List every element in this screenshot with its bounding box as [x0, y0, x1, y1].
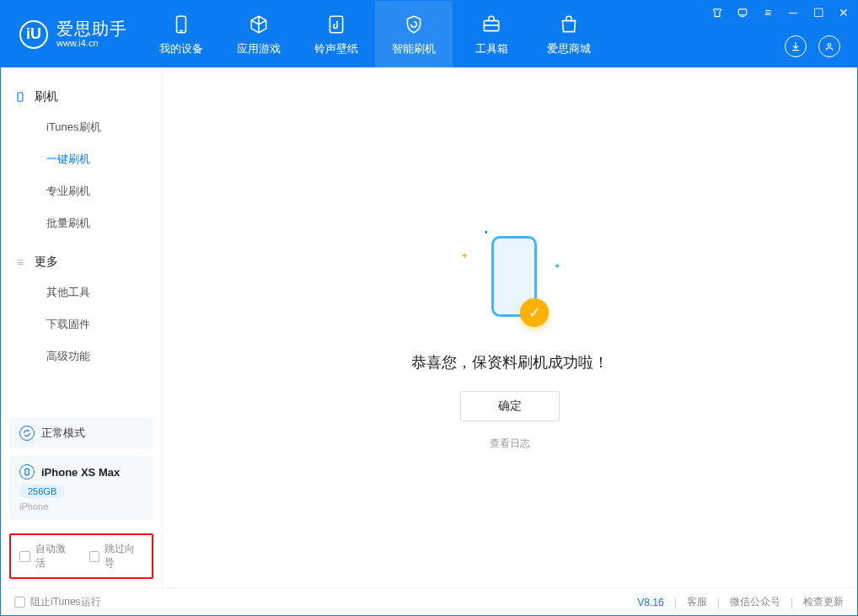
nav-label: 铃声壁纸 — [314, 41, 358, 56]
nav-apps-games[interactable]: 应用游戏 — [220, 1, 298, 67]
nav-my-device[interactable]: 我的设备 — [142, 1, 220, 67]
checkbox-auto-activate[interactable]: 自动激活 — [19, 542, 74, 570]
sidebar-item-other-tools[interactable]: 其他工具 — [1, 276, 162, 308]
checkbox-icon — [19, 551, 30, 562]
minimize-icon[interactable]: ─ — [786, 6, 800, 19]
download-icon[interactable] — [785, 35, 807, 57]
nav-toolbox[interactable]: 工具箱 — [453, 1, 530, 67]
header-right-icons — [785, 35, 840, 57]
svg-rect-4 — [738, 9, 746, 15]
sidebar-item-oneclick-flash[interactable]: 一键刷机 — [1, 143, 162, 175]
window-controls: ≡ ─ ☐ ✕ — [711, 6, 850, 19]
success-illustration: ✦ ✦ • ✓ — [459, 228, 560, 329]
sidebar-item-pro-flash[interactable]: 专业刷机 — [1, 175, 162, 207]
sidebar-item-itunes-flash[interactable]: iTunes刷机 — [1, 111, 162, 143]
shopping-bag-icon — [557, 13, 581, 36]
nav-label: 工具箱 — [475, 41, 508, 56]
checkbox-block-itunes[interactable]: 阻止iTunes运行 — [14, 595, 101, 609]
nav-label: 我的设备 — [159, 41, 203, 56]
maximize-icon[interactable]: ☐ — [812, 6, 825, 19]
music-file-icon — [324, 13, 348, 36]
nav-label: 智能刷机 — [392, 41, 436, 56]
spark-icon: ✦ — [554, 261, 560, 271]
device-name: iPhone XS Max — [41, 466, 120, 479]
device-type: iPhone — [19, 501, 143, 512]
nav-label: 应用游戏 — [237, 41, 281, 56]
checkmark-icon: ✓ — [520, 298, 549, 327]
sidebar-group-flash: 刷机 — [1, 83, 162, 111]
sidebar-group-more: ≡ 更多 — [1, 248, 162, 276]
checkbox-skip-guide[interactable]: 跳过向导 — [89, 542, 144, 570]
svg-point-5 — [828, 44, 831, 47]
mode-label: 正常模式 — [41, 426, 85, 441]
storage-badge: 256GB — [19, 485, 65, 498]
nav-store[interactable]: 爱思商城 — [530, 1, 608, 67]
footer-link-wechat[interactable]: 微信公众号 — [730, 595, 780, 609]
toolbox-icon — [480, 13, 503, 36]
checkbox-icon — [89, 551, 100, 562]
close-icon[interactable]: ✕ — [837, 6, 850, 19]
logo-subtitle: www.i4.cn — [56, 38, 127, 48]
refresh-icon — [19, 426, 35, 441]
checkbox-label: 阻止iTunes运行 — [30, 595, 101, 609]
footer-link-update[interactable]: 检查更新 — [803, 595, 844, 609]
user-icon[interactable] — [818, 35, 840, 57]
shirt-icon[interactable] — [711, 6, 724, 19]
spark-icon: • — [485, 228, 488, 237]
svg-rect-2 — [330, 16, 342, 33]
ok-button[interactable]: 确定 — [460, 391, 560, 421]
sidebar-group-label: 更多 — [35, 254, 58, 270]
menu-icon[interactable]: ≡ — [761, 6, 775, 19]
svg-rect-7 — [25, 469, 29, 475]
top-nav: 我的设备 应用游戏 铃声壁纸 智能刷机 工具箱 爱思商城 — [142, 1, 608, 67]
device-small-icon — [19, 464, 35, 479]
mode-card[interactable]: 正常模式 — [9, 417, 153, 449]
sidebar-item-advanced[interactable]: 高级功能 — [1, 340, 162, 372]
device-icon — [169, 13, 193, 36]
highlighted-options-box: 自动激活 跳过向导 — [9, 533, 153, 579]
footer-link-support[interactable]: 客服 — [687, 595, 707, 609]
checkbox-label: 自动激活 — [35, 542, 74, 570]
sidebar-item-batch-flash[interactable]: 批量刷机 — [1, 207, 162, 239]
version-label: V8.16 — [637, 597, 663, 608]
list-icon: ≡ — [14, 256, 26, 268]
shield-refresh-icon — [402, 13, 426, 36]
cube-icon — [247, 13, 271, 36]
view-log-link[interactable]: 查看日志 — [490, 437, 530, 451]
nav-ringtone-wallpaper[interactable]: 铃声壁纸 — [298, 1, 375, 67]
sidebar: 刷机 iTunes刷机 一键刷机 专业刷机 批量刷机 ≡ 更多 其他工具 下载固… — [1, 67, 163, 587]
logo-icon: iU — [19, 20, 48, 49]
nav-smart-flash[interactable]: 智能刷机 — [375, 1, 453, 67]
device-card[interactable]: iPhone XS Max 256GB iPhone — [9, 456, 153, 520]
footer: 阻止iTunes运行 V8.16 | 客服 | 微信公众号 | 检查更新 — [1, 587, 857, 616]
main-content: ✦ ✦ • ✓ 恭喜您，保资料刷机成功啦！ 确定 查看日志 — [163, 67, 857, 587]
success-message: 恭喜您，保资料刷机成功啦！ — [411, 352, 609, 372]
checkbox-icon — [14, 597, 25, 608]
app-header: iU 爱思助手 www.i4.cn 我的设备 应用游戏 铃声壁纸 智能刷机 工具… — [1, 1, 857, 67]
logo-title: 爱思助手 — [56, 19, 127, 38]
nav-label: 爱思商城 — [547, 41, 591, 56]
sidebar-group-label: 刷机 — [35, 89, 58, 104]
sidebar-item-download-firmware[interactable]: 下载固件 — [1, 308, 162, 340]
svg-rect-6 — [18, 93, 23, 102]
phone-icon — [14, 91, 26, 103]
feedback-icon[interactable] — [736, 6, 749, 19]
spark-icon: ✦ — [461, 251, 468, 260]
logo-area: iU 爱思助手 www.i4.cn — [1, 1, 142, 67]
checkbox-label: 跳过向导 — [105, 542, 143, 570]
